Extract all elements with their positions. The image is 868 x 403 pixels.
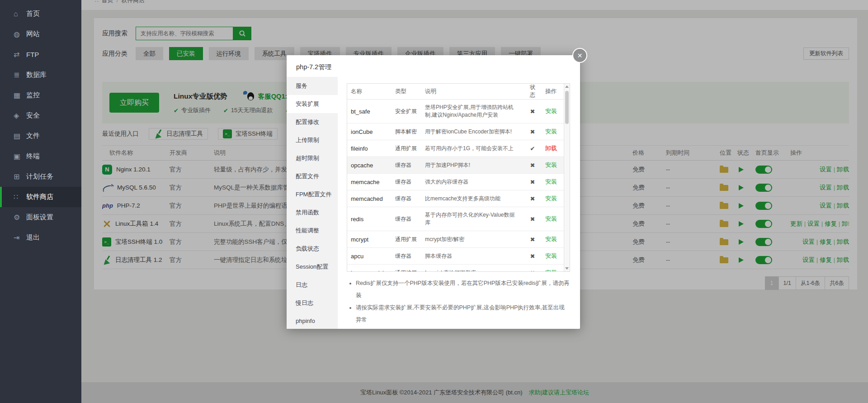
extension-type: 通用扩展 [392,140,421,157]
sidebar-item-sites[interactable]: ◍ 网站 [0,24,81,44]
extension-action-link[interactable]: 安装 [545,108,557,114]
extension-name: memcached [347,190,392,207]
sidebar-item-label: 安全 [26,111,40,120]
tab-config-file[interactable]: 配置文件 [287,167,338,185]
tab-service[interactable]: 服务 [287,77,338,95]
extension-description: mcrypt加密/解密 [421,231,524,248]
sidebar-item-files[interactable]: ▤ 文件 [0,126,81,146]
install-status-icon: ✖ [530,236,535,243]
sidebar-item-icon: ▣ [14,152,26,161]
sidebar-item-security[interactable]: ◈ 安全 [0,105,81,126]
extension-row: ionCube 脚本解密 用于解密ionCube Encoder加密脚本! ✖ … [347,123,564,140]
tab-log[interactable]: 日志 [287,276,338,294]
sidebar-item-monitor[interactable]: ▦ 监控 [0,85,81,105]
extension-type: 缓存器 [392,248,421,265]
extension-type: 通用扩展 [392,231,421,248]
extension-type: 缓存器 [392,207,421,231]
sidebar-item-ftp[interactable]: ⇄ FTP [0,44,81,65]
col-ext-name: 名称 [347,84,392,100]
tab-load-status[interactable]: 负载状态 [287,240,338,258]
bt-panel-page: ⌂ 首页 ◍ 网站 ⇄ FTP ≣ 数据库 [0,0,868,403]
extension-description: 若可用内存小于1G，可能会安装不上 [421,140,524,157]
extension-row: redis 缓存器 基于内存亦可持久化的Key-Value数据库 ✖ 安装 [347,207,564,231]
sidebar-item-icon: ≣ [14,71,26,79]
tab-session-config[interactable]: Session配置 [287,258,338,276]
sidebar-item-terminal[interactable]: ▣ 终端 [0,146,81,166]
extension-row: opcache 缓存器 用于加速PHP脚本! ✖ 安装 [347,157,564,174]
extension-table-header: 名称 类型 说明 状态 操作 [347,84,564,100]
sidebar-item-icon: ⌂ [14,10,26,18]
extension-description: 强大的内容缓存器 [421,174,524,190]
extension-action-link[interactable]: 安装 [545,161,557,168]
scrollbar-thumb[interactable] [565,91,569,124]
extension-note: Redis扩展仅支持一个PHP版本安装使用，若在其它PHP版本已安装redis扩… [356,277,570,302]
sidebar-item-icon: ◈ [14,111,26,120]
extension-description: 脚本缓存器 [421,248,524,265]
sidebar-item-cron[interactable]: ⊞ 计划任务 [0,166,81,187]
extension-type: 安全扩展 [392,100,421,123]
extension-description: 基于内存亦可持久化的Key-Value数据库 [421,207,524,231]
extension-action-link[interactable]: 安装 [545,128,557,135]
tab-fpm-config[interactable]: FPM配置文件 [287,185,338,204]
extension-action-link[interactable]: 安装 [545,269,557,272]
sidebar-item-icon: ⇄ [14,50,26,59]
extension-name: fileinfo [347,140,392,157]
extension-table-wrap: 名称 类型 说明 状态 操作 bt_safe [347,83,570,272]
install-status-icon: ✖ [530,253,535,260]
tab-install-extensions[interactable]: 安装扩展 [287,95,338,113]
sidebar-item-database[interactable]: ≣ 数据库 [0,65,81,85]
tab-phpinfo[interactable]: phpinfo [287,312,338,329]
tab-timeout-limit[interactable]: 超时限制 [287,149,338,167]
extension-name: bt_safe [347,100,392,123]
scroll-up-icon[interactable] [564,85,570,88]
extension-row: apcu 缓存器 脚本缓存器 ✖ 安装 [347,248,564,265]
extension-action-link[interactable]: 安装 [545,252,557,259]
sidebar-item-icon: ▤ [14,132,26,140]
tab-slow-log[interactable]: 慢日志 [287,294,338,312]
extension-action-link[interactable]: 安装 [545,195,557,202]
sidebar-item-label: 面板设置 [26,213,53,222]
sidebar-item-icon: ⇥ [14,233,26,242]
col-ext-type: 类型 [392,84,421,100]
extension-description: 堡塔PHP安全扩展,用于增强防跨站机制,建议Nginx/Apache用户安装 [421,100,524,123]
tab-upload-limit[interactable]: 上传限制 [287,131,338,149]
sidebar-item-label: 软件商店 [26,193,53,201]
extension-row: bt_safe 安全扩展 堡塔PHP安全扩展,用于增强防跨站机制,建议Nginx… [347,100,564,123]
extension-type: 缓存器 [392,190,421,207]
install-status-icon: ✖ [530,179,535,185]
dialog-body: 服务 安装扩展 配置修改 上传限制 超时限制 配置文件 FPM配置文件 禁用函数… [287,77,580,329]
sidebar-item-home[interactable]: ⌂ 首页 [0,4,81,24]
scrollbar[interactable] [564,84,570,271]
install-status-icon: ✖ [530,195,535,202]
close-icon[interactable] [572,48,587,63]
extension-description: 比memcache支持更多高级功能 [421,190,524,207]
scroll-down-icon[interactable] [564,267,570,270]
tab-performance[interactable]: 性能调整 [287,222,338,240]
install-status-icon: ✖ [530,270,535,272]
extension-action-link[interactable]: 安装 [545,178,557,185]
extension-action-link[interactable]: 安装 [545,236,557,242]
extension-name: memcache [347,174,392,190]
sidebar-item-store[interactable]: ∷ 软件商店 [0,187,81,207]
sidebar-item-label: 监控 [26,91,40,100]
sidebar-item-icon: ▦ [14,91,26,100]
extension-row: memcache 缓存器 强大的内容缓存器 ✖ 安装 [347,174,564,190]
tab-config-modify[interactable]: 配置修改 [287,113,338,131]
extension-row: fileinfo 通用扩展 若可用内存小于1G，可能会安装不上 ✔ 卸载 [347,140,564,157]
extension-action-link[interactable]: 安装 [545,215,557,222]
sidebar-item-logout[interactable]: ⇥ 退出 [0,228,81,248]
extension-type: 缓存器 [392,174,421,190]
extension-type: 缓存器 [392,157,421,174]
dialog-tab-menu: 服务 安装扩展 配置修改 上传限制 超时限制 配置文件 FPM配置文件 禁用函数… [287,77,338,329]
sidebar-item-label: 网站 [26,30,40,38]
sidebar-item-panel-settings[interactable]: ⚙ 面板设置 [0,207,81,228]
sidebar: ⌂ 首页 ◍ 网站 ⇄ FTP ≣ 数据库 [0,0,81,403]
extension-row: memcached 缓存器 比memcache支持更多高级功能 ✖ 安装 [347,190,564,207]
dialog-content: 名称 类型 说明 状态 操作 bt_safe [338,77,580,329]
extension-action-link[interactable]: 卸载 [545,145,557,152]
tab-disabled-functions[interactable]: 禁用函数 [287,204,338,222]
extension-name: mcrypt [347,231,392,248]
sidebar-item-label: FTP [26,51,39,58]
dialog-title: php-7.2管理 [287,55,580,77]
extension-row: mcrypt 通用扩展 mcrypt加密/解密 ✖ 安装 [347,231,564,248]
